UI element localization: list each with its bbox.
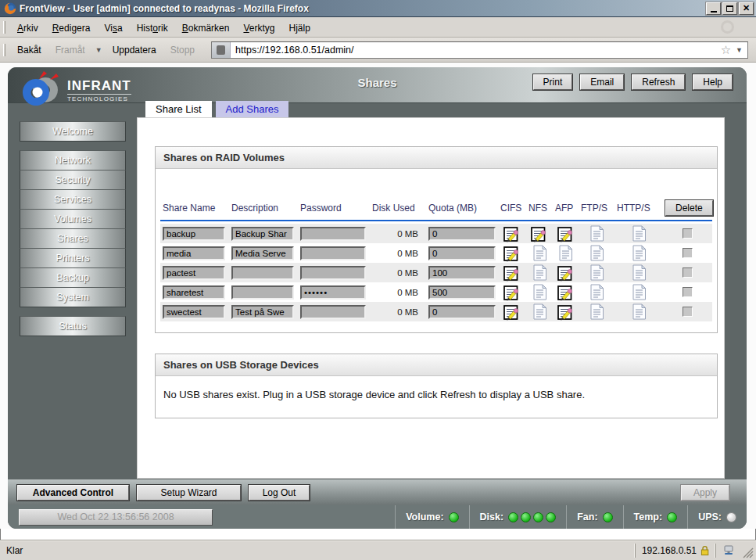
menu-visa[interactable]: Visa (97, 20, 129, 36)
menu-bokmärken[interactable]: Bokmärken (175, 20, 237, 36)
description-input[interactable] (231, 285, 294, 300)
sidebar-item-network[interactable]: Network (20, 150, 126, 171)
menu-arkiv[interactable]: Arkiv (10, 20, 45, 36)
menu-historik[interactable]: Historik (130, 20, 175, 36)
quota-input[interactable] (428, 246, 496, 260)
sidebar-item-security[interactable]: Security (20, 170, 126, 190)
delete-checkbox-cell (663, 228, 712, 239)
stop-button[interactable]: Stopp (163, 41, 202, 59)
tab-add-shares[interactable]: Add Shares (216, 101, 289, 118)
https-access-icon[interactable] (614, 264, 663, 281)
sidebar-item-backup[interactable]: Backup (20, 267, 126, 288)
afp-access-edit-icon[interactable] (553, 264, 579, 282)
ftps-access-icon[interactable] (579, 284, 614, 300)
delete-button[interactable]: Delete (665, 200, 713, 216)
https-access-icon[interactable] (614, 245, 663, 261)
menu-hjälp[interactable]: Hjälp (282, 20, 317, 36)
nfs-access-icon[interactable] (526, 264, 553, 281)
afp-access-edit-icon[interactable] (553, 303, 579, 321)
sidebar-item-services[interactable]: Services (20, 189, 126, 210)
help-button[interactable]: Help (693, 74, 733, 90)
table-header-row: Share NameDescriptionPasswordDisk UsedQu… (160, 200, 712, 220)
description-input[interactable] (231, 227, 294, 241)
quota-input[interactable] (428, 266, 496, 280)
description-input[interactable] (231, 305, 294, 319)
apply-button[interactable]: Apply (681, 485, 729, 501)
email-button[interactable]: Email (580, 74, 624, 90)
url-dropdown-caret-icon[interactable]: ▼ (733, 46, 747, 54)
https-access-icon[interactable] (614, 284, 663, 300)
https-access-icon[interactable] (614, 303, 663, 320)
sidebar-item-welcome[interactable]: Welcome (20, 121, 126, 142)
delete-checkbox[interactable] (683, 287, 693, 297)
forward-button[interactable]: Framåt (48, 41, 92, 59)
ftps-access-icon[interactable] (579, 225, 614, 242)
description-input[interactable] (231, 266, 294, 280)
nfs-access-icon[interactable] (526, 284, 553, 300)
bookmark-star-icon[interactable]: ☆ (719, 43, 733, 57)
afp-access-icon[interactable] (553, 245, 579, 261)
share-name-input[interactable] (163, 246, 225, 260)
delete-checkbox[interactable] (683, 228, 693, 239)
ftps-access-icon[interactable] (579, 245, 614, 261)
menu-redigera[interactable]: Redigera (45, 20, 98, 36)
afp-access-edit-icon[interactable] (553, 225, 579, 242)
disk-used-value: 0 MB (370, 249, 426, 258)
site-identity-box[interactable] (212, 42, 231, 58)
ftps-access-icon[interactable] (579, 303, 614, 320)
ftps-access-icon[interactable] (579, 264, 614, 281)
tab-share-list[interactable]: Share List (145, 101, 212, 118)
share-name-input[interactable] (163, 227, 225, 241)
cifs-access-edit-icon[interactable] (498, 225, 526, 242)
quota-input[interactable] (428, 285, 496, 300)
delete-checkbox[interactable] (683, 248, 693, 258)
delete-checkbox[interactable] (683, 267, 693, 278)
advanced-control-button[interactable]: Advanced Control (17, 485, 129, 501)
https-access-icon[interactable] (614, 225, 663, 242)
quota-input[interactable] (428, 305, 496, 319)
password-input[interactable] (300, 246, 366, 260)
cifs-access-edit-icon[interactable] (498, 245, 526, 262)
forward-history-caret-icon[interactable]: ▼ (92, 43, 106, 57)
refresh-button[interactable]: Refresh (632, 74, 685, 90)
nfs-access-icon[interactable] (526, 245, 553, 261)
password-input[interactable] (300, 266, 366, 280)
datetime-display[interactable]: Wed Oct 22 13:56:56 2008 (19, 509, 213, 526)
url-bar[interactable]: https://192.168.0.51/admin/ ☆ ▼ (211, 41, 748, 59)
reload-button[interactable]: Uppdatera (106, 41, 163, 59)
sidebar-item-volumes[interactable]: Volumes (20, 209, 126, 229)
cifs-access-edit-icon[interactable] (498, 303, 526, 321)
nfs-access-edit-icon[interactable] (526, 225, 553, 242)
share-name-input[interactable] (163, 285, 225, 300)
setup-wizard-button[interactable]: Setup Wizard (137, 485, 241, 501)
back-button[interactable]: Bakåt (10, 41, 48, 59)
description-input[interactable] (231, 246, 294, 260)
footer-toolbar: Advanced Control Setup Wizard Log Out Ap… (8, 479, 747, 505)
network-status-panel[interactable] (715, 544, 741, 558)
cifs-access-edit-icon[interactable] (498, 284, 526, 301)
quota-input[interactable] (428, 227, 496, 241)
minimize-button[interactable] (706, 2, 721, 15)
password-input[interactable] (300, 305, 366, 319)
afp-access-edit-icon[interactable] (553, 284, 579, 301)
share-name-input[interactable] (163, 305, 225, 319)
maximize-button[interactable] (722, 2, 737, 15)
menu-verktyg[interactable]: Verktyg (236, 20, 281, 36)
nfs-access-icon[interactable] (526, 303, 553, 320)
log-out-button[interactable]: Log Out (249, 485, 310, 501)
sidebar-item-printers[interactable]: Printers (20, 248, 126, 268)
sidebar-item-shares[interactable]: Shares (20, 228, 126, 249)
print-button[interactable]: Print (533, 74, 573, 90)
sidebar-item-system[interactable]: System (20, 287, 126, 307)
url-input[interactable]: https://192.168.0.51/admin/ (231, 45, 719, 56)
cifs-access-edit-icon[interactable] (498, 264, 526, 282)
password-input[interactable] (300, 285, 366, 300)
password-input[interactable] (300, 227, 366, 241)
sidebar-item-status[interactable]: Status (20, 316, 126, 336)
share-name-input[interactable] (163, 266, 225, 280)
close-button[interactable]: ✕ (739, 2, 754, 15)
window-resize-grip[interactable] (743, 547, 754, 558)
delete-checkbox[interactable] (683, 307, 693, 317)
site-security-panel[interactable]: 192.168.0.51 (635, 544, 715, 558)
browser-statusbar: Klar 192.168.0.51 (0, 540, 756, 560)
